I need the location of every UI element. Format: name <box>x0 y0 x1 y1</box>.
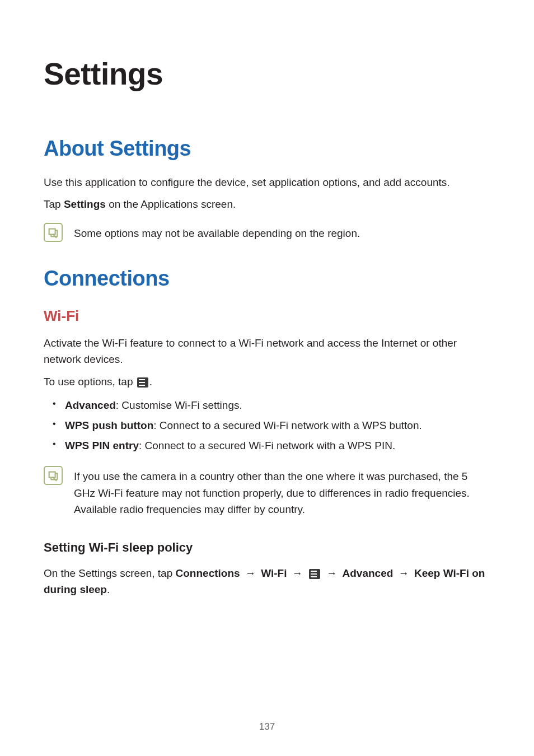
section-about-settings: About Settings Use this application to c… <box>44 137 490 242</box>
list-item: WPS push button: Connect to a secured Wi… <box>56 416 490 436</box>
arrow-icon: → <box>326 567 337 579</box>
list-item: WPS PIN entry: Connect to a secured Wi-F… <box>56 436 490 456</box>
sleep-paragraph: On the Settings screen, tap Connections … <box>44 565 490 598</box>
option-desc: : Connect to a secured Wi-Fi network wit… <box>139 440 395 451</box>
arrow-icon: → <box>245 567 256 579</box>
note-text: If you use the camera in a country other… <box>74 466 490 517</box>
menu-icon <box>309 569 320 579</box>
text: on the Applications screen. <box>106 198 236 210</box>
option-label: WPS PIN entry <box>65 440 139 451</box>
wifi-paragraph-1: Activate the Wi-Fi feature to connect to… <box>44 335 490 368</box>
section-sleep-policy: Setting Wi-Fi sleep policy On the Settin… <box>44 540 490 598</box>
settings-bold: Settings <box>64 198 106 210</box>
section-wifi: Wi-Fi Activate the Wi-Fi feature to conn… <box>44 307 490 598</box>
menu-icon <box>137 377 148 388</box>
list-item: Advanced: Customise Wi-Fi settings. <box>56 395 490 416</box>
note-text: Some options may not be available depend… <box>74 223 360 241</box>
option-label: Advanced <box>65 399 116 411</box>
about-heading: About Settings <box>44 137 490 161</box>
option-desc: : Customise Wi-Fi settings. <box>116 399 242 411</box>
section-connections: Connections Wi-Fi Activate the Wi-Fi fea… <box>44 267 490 598</box>
note-block: Some options may not be available depend… <box>44 223 490 242</box>
wifi-paragraph-2: To use options, tap . <box>44 374 490 390</box>
text: On the Settings screen, tap <box>44 567 176 579</box>
connections-heading: Connections <box>44 267 490 291</box>
note-icon <box>44 223 63 242</box>
page: Settings About Settings Use this applica… <box>0 0 534 756</box>
arrow-icon: → <box>292 567 303 579</box>
about-paragraph-2: Tap Settings on the Applications screen. <box>44 196 490 212</box>
arrow-icon: → <box>399 567 409 579</box>
sleep-heading: Setting Wi-Fi sleep policy <box>44 540 490 555</box>
option-desc: : Connect to a secured Wi-Fi network wit… <box>153 419 421 431</box>
wifi-heading: Wi-Fi <box>44 307 490 325</box>
note-icon <box>44 466 63 485</box>
about-paragraph-1: Use this application to configure the de… <box>44 174 490 190</box>
text: . <box>149 376 152 388</box>
text: To use options, tap <box>44 376 136 388</box>
option-label: WPS push button <box>65 419 153 431</box>
note-block: If you use the camera in a country other… <box>44 466 490 517</box>
text: . <box>107 584 110 595</box>
page-number: 137 <box>0 721 534 732</box>
path-advanced: Advanced <box>343 567 394 579</box>
path-connections: Connections <box>176 567 240 579</box>
page-title: Settings <box>44 56 490 92</box>
path-wifi: Wi-Fi <box>261 567 287 579</box>
wifi-options-list: Advanced: Customise Wi-Fi settings. WPS … <box>44 395 490 456</box>
text: Tap <box>44 198 64 210</box>
